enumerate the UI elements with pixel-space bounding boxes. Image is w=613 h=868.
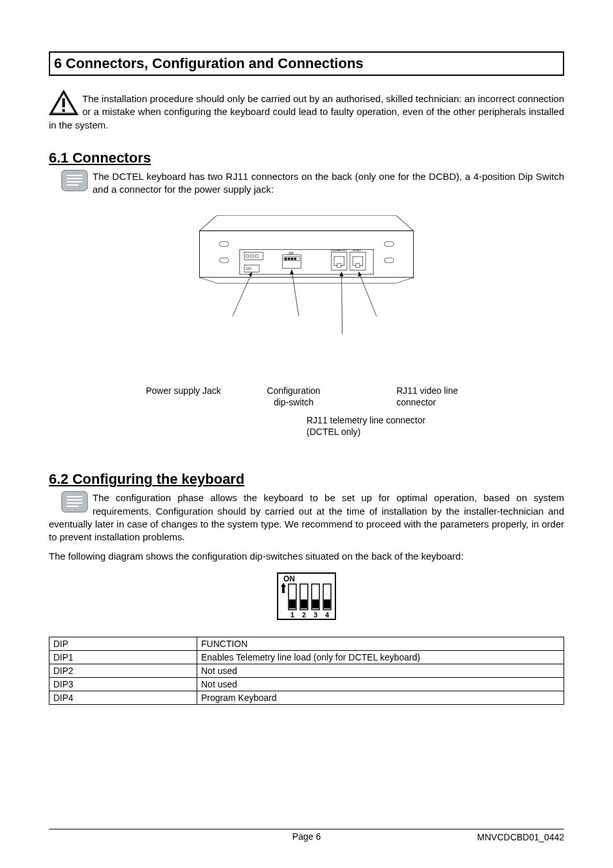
svg-marker-5 bbox=[200, 215, 414, 231]
svg-rect-47 bbox=[312, 599, 319, 608]
dip-num-4: 4 bbox=[325, 611, 330, 619]
dip-switch-figure: ON 1 2 3 4 bbox=[277, 572, 336, 623]
dip-cell: DIP2 bbox=[49, 664, 197, 677]
label-rj11-telemetry-1: RJ11 telemetry line connector bbox=[306, 414, 474, 426]
svg-rect-11 bbox=[219, 258, 229, 263]
func-cell: Enables Telemetry line load (only for DC… bbox=[197, 650, 564, 664]
dip-num-1: 1 bbox=[290, 611, 294, 619]
dip-switch-svg: ON 1 2 3 4 bbox=[277, 572, 336, 620]
section-title: 6 Connectors, Configuration and Connecti… bbox=[54, 55, 559, 72]
table-row: DIP3 Not used bbox=[49, 677, 564, 691]
label-config-dip-1: Configuration bbox=[255, 385, 332, 396]
svg-rect-23 bbox=[294, 258, 297, 260]
svg-point-14 bbox=[246, 254, 249, 258]
svg-rect-26 bbox=[337, 263, 341, 267]
subsection-6-1-title: 6.1 Connectors bbox=[49, 150, 564, 166]
svg-rect-45 bbox=[301, 599, 307, 608]
panel-video-label: VIDEO bbox=[352, 249, 361, 252]
svg-marker-7 bbox=[200, 278, 414, 283]
svg-rect-3 bbox=[62, 109, 65, 112]
func-cell: Program Keyboard bbox=[197, 691, 564, 704]
panel-sw-label: SW bbox=[289, 252, 294, 255]
dip-num-3: 3 bbox=[314, 611, 317, 619]
svg-rect-21 bbox=[288, 258, 290, 260]
svg-rect-20 bbox=[285, 258, 287, 260]
connectors-text: The DCTEL keyboard has two RJ11 connecto… bbox=[93, 171, 564, 195]
svg-rect-38 bbox=[62, 492, 87, 512]
connectors-paragraph: The DCTEL keyboard has two RJ11 connecto… bbox=[49, 170, 564, 197]
table-row: DIP2 Not used bbox=[49, 664, 564, 677]
label-config-dip-2: dip-switch bbox=[255, 396, 332, 408]
label-power-supply-jack: Power supply Jack bbox=[146, 385, 249, 396]
dip-num-2: 2 bbox=[302, 611, 306, 619]
page-footer: Page 6 MNVCDCBD01_0442 bbox=[49, 829, 564, 842]
label-rj11-video-2: connector bbox=[396, 396, 493, 408]
svg-rect-4 bbox=[62, 170, 87, 191]
warning-icon bbox=[49, 90, 78, 116]
configuring-text: The configuration phase allows the keybo… bbox=[49, 492, 564, 542]
dip-cell: DIP3 bbox=[49, 677, 197, 691]
subsection-6-2-title: 6.2 Configuring the keyboard bbox=[49, 471, 564, 488]
svg-rect-8 bbox=[219, 242, 229, 246]
panel-telemetry-label: TELEMETRY bbox=[331, 249, 347, 252]
svg-rect-43 bbox=[289, 599, 296, 608]
dip-cell: DIP4 bbox=[49, 691, 197, 704]
svg-point-16 bbox=[255, 254, 258, 258]
table-row: DIP4 Program Keyboard bbox=[49, 691, 564, 704]
dip-table: DIP FUNCTION DIP1 Enables Telemetry line… bbox=[49, 637, 564, 705]
connector-svg: 12V SW TELEMETRY VIDEO bbox=[127, 215, 486, 363]
table-row: DIP1 Enables Telemetry line load (only f… bbox=[49, 650, 564, 664]
func-cell: Not used bbox=[197, 677, 564, 691]
section-title-box: 6 Connectors, Configuration and Connecti… bbox=[49, 51, 564, 76]
svg-rect-2 bbox=[62, 98, 65, 107]
footer-page-number: Page 6 bbox=[49, 831, 564, 842]
warning-paragraph: The installation procedure should only b… bbox=[49, 93, 564, 132]
dip-on-label: ON bbox=[283, 574, 295, 583]
note-icon bbox=[60, 169, 89, 192]
warning-text: The installation procedure should only b… bbox=[49, 93, 564, 130]
svg-rect-41 bbox=[282, 587, 285, 593]
table-row: DIP FUNCTION bbox=[49, 637, 564, 650]
label-rj11-telemetry-2: (DCTEL only) bbox=[306, 426, 474, 438]
configuring-paragraph: The configuration phase allows the keybo… bbox=[49, 492, 564, 544]
func-cell: Not used bbox=[197, 664, 564, 677]
table-head-dip: DIP bbox=[49, 637, 197, 650]
svg-rect-12 bbox=[384, 258, 394, 263]
svg-point-15 bbox=[251, 254, 254, 258]
diagram-intro: The following diagram shows the configur… bbox=[49, 550, 564, 563]
dip-cell: DIP1 bbox=[49, 650, 197, 664]
table-head-func: FUNCTION bbox=[197, 637, 564, 650]
panel-12v-label: 12V bbox=[246, 268, 252, 271]
page: 6 Connectors, Configuration and Connecti… bbox=[0, 0, 613, 868]
connector-figure: 12V SW TELEMETRY VIDEO bbox=[127, 215, 486, 459]
svg-rect-49 bbox=[324, 599, 330, 608]
label-rj11-video-1: RJ11 video line bbox=[396, 385, 493, 396]
svg-rect-22 bbox=[291, 258, 294, 260]
note-icon bbox=[60, 490, 89, 513]
svg-rect-29 bbox=[356, 263, 360, 267]
svg-rect-9 bbox=[384, 242, 394, 246]
